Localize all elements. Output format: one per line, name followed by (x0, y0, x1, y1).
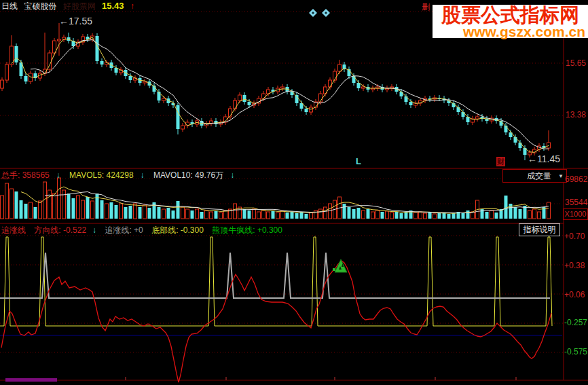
mavol5-arrow-icon: ↓ (141, 170, 145, 180)
indicator-header-row: 追涨线 方向线: -0.522↓ 追涨线: +0 底部线: -0.300 熊顶牛… (1, 225, 289, 236)
chevron-down-icon: ▼ (558, 173, 564, 179)
vol-total-label: 总手: (1, 170, 20, 180)
bottom-line-label: 底部线: (151, 225, 178, 235)
price-axis-top: 15.65 (566, 58, 586, 68)
mavol10-arrow-icon: ↓ (230, 170, 234, 180)
dir-line-arrow-icon: ↓ (92, 225, 96, 235)
bull-line-value: +0.300 (257, 225, 282, 235)
vol-total-arrow-icon: ↓ (56, 170, 60, 180)
indicator-axis-label: -0.575 (564, 347, 587, 356)
banner-url: www.gszx.com.cn (433, 25, 588, 38)
indicator-help-button[interactable]: 指标说明 (519, 223, 560, 236)
horizontal-scrollbar[interactable] (5, 378, 57, 382)
banner-title: 股票公式指标网 (433, 5, 588, 25)
volume-axis-top: 69862 (565, 175, 587, 184)
price-up-arrow-icon: ↑ (130, 1, 134, 11)
mavol5-value: 424298 (107, 170, 134, 180)
period-label[interactable]: 日线 (1, 1, 18, 11)
mavol5-label: MAVOL5: (69, 170, 104, 180)
cai-badge: 财 (496, 157, 505, 166)
indicator-axis-label: +0.70 (564, 232, 585, 241)
indicator-axis-label: -0.257 (564, 318, 587, 327)
dir-line-label: 方向线: (34, 225, 60, 235)
bull-line-label: 熊顶牛疯线: (212, 225, 255, 235)
volume-axis-unit: X1000 (563, 208, 588, 220)
vol-total-value: 358565 (22, 170, 50, 180)
volume-type-dropdown[interactable]: 成交量 ▼ (502, 169, 567, 183)
indicator-name[interactable]: 追涨线 (1, 225, 26, 235)
watermark-banner: 股票公式指标网 www.gszx.com.cn (433, 5, 588, 38)
price-axis-mid: 13.38 (566, 110, 586, 120)
main-chart-canvas (0, 0, 588, 385)
delete-char: 删 (422, 1, 430, 13)
mavol10-value: 49.76万 (195, 170, 223, 180)
dropdown-label: 成交量 (527, 170, 551, 182)
high-annotation: ←17.55 (59, 16, 92, 26)
stock-name[interactable]: 宝硕股份 (24, 1, 56, 11)
indicator-axis-label: +0.38 (564, 261, 585, 270)
dir-line-value: -0.522 (63, 225, 86, 235)
top-info-bar: 日线 宝硕股份 好股票网 15.43 ↑ (1, 1, 139, 12)
trading-app-window: 日线 宝硕股份 好股票网 15.43 ↑ 删 ←17.55 ←11.45 L 财… (0, 0, 588, 385)
bottom-line-value: -0.300 (181, 225, 204, 235)
indicator-axis-label: +0.06 (564, 290, 585, 299)
last-price: 15.43 (102, 1, 124, 11)
watermark-text: 好股票网 (63, 1, 96, 11)
volume-header-row: 总手: 358565↓ MAVOL5: 424298↓ MAVOL10: 49.… (1, 170, 241, 181)
low-annotation: ←11.45 (528, 153, 560, 164)
volume-axis-mid: 35544 (565, 198, 587, 207)
chase-line-value: +0 (134, 225, 143, 235)
mavol10-label: MAVOL10: (153, 170, 193, 180)
marker-l: L (356, 156, 361, 166)
chase-line-label: 追涨线: (105, 225, 131, 235)
